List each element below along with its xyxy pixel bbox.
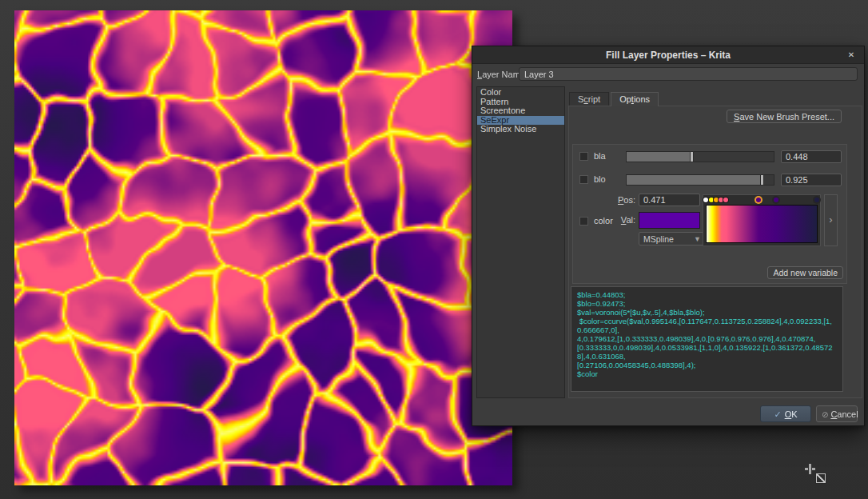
transform-cursor-icon: [816, 473, 826, 483]
blo-slider-fill: [627, 175, 762, 185]
pos-label: Pos:: [613, 195, 635, 205]
chevron-down-icon: ▼: [694, 235, 701, 243]
gradient-bar[interactable]: [706, 205, 818, 243]
cancel-label: Cancel: [830, 409, 858, 419]
bla-slider-handle[interactable]: [690, 151, 694, 162]
dialog-titlebar[interactable]: Fill Layer Properties – Krita ✕: [472, 46, 864, 64]
val-label: Val:: [613, 215, 635, 225]
gradient-editor[interactable]: [703, 194, 821, 246]
list-item-simplex-noise[interactable]: Simplex Noise: [477, 125, 564, 134]
check-icon: ✓: [774, 409, 781, 419]
bla-value-input[interactable]: [781, 150, 842, 163]
gradient-stop-dot[interactable]: [719, 198, 723, 202]
gradient-next-button[interactable]: ›: [824, 194, 838, 246]
cancel-circle-icon: ⊘: [822, 410, 828, 419]
tab-options[interactable]: Options: [611, 92, 659, 106]
krita-workspace: Fill Layer Properties – Krita ✕ Layer Na…: [0, 0, 868, 499]
cancel-button[interactable]: ⊘Cancel: [816, 405, 858, 422]
color-checkbox[interactable]: [579, 217, 588, 226]
blo-label: blo: [594, 174, 606, 184]
add-new-variable-button[interactable]: Add new variable: [767, 266, 843, 279]
gradient-stop-dot[interactable]: [703, 198, 708, 202]
tab-script[interactable]: Script: [569, 92, 609, 106]
close-icon[interactable]: ✕: [845, 49, 858, 62]
ok-button[interactable]: ✓OK: [760, 405, 811, 422]
interpolation-dropdown[interactable]: MSpline ▼: [639, 232, 706, 246]
chevron-right-icon: ›: [829, 214, 832, 226]
layer-name-input[interactable]: [519, 67, 858, 81]
gradient-stop-dot[interactable]: [723, 198, 728, 202]
generator-list: Color Pattern Screentone SeExpr Simplex …: [476, 86, 565, 398]
bla-slider[interactable]: [626, 151, 774, 162]
blo-slider[interactable]: [626, 174, 774, 186]
tab-bar: Script Options: [569, 92, 660, 106]
color-value-swatch[interactable]: [639, 212, 700, 229]
fill-layer-properties-dialog: Fill Layer Properties – Krita ✕ Layer Na…: [472, 46, 865, 426]
blo-value-input[interactable]: [781, 174, 842, 186]
gradient-stop-dot[interactable]: [814, 198, 819, 202]
blo-checkbox[interactable]: [579, 175, 588, 184]
pos-input[interactable]: [639, 194, 700, 206]
blo-slider-handle[interactable]: [760, 174, 764, 186]
gradient-stop-dot[interactable]: [714, 198, 719, 202]
bla-slider-fill: [627, 152, 692, 162]
interpolation-value: MSpline: [643, 234, 674, 244]
options-tab-panel: Save New Brush Preset... bla blo: [568, 106, 862, 398]
bla-checkbox[interactable]: [579, 152, 588, 161]
dialog-title: Fill Layer Properties – Krita: [472, 50, 864, 61]
save-brush-preset-button[interactable]: Save New Brush Preset...: [727, 110, 842, 123]
bla-label: bla: [594, 151, 606, 161]
gradient-stop-dot[interactable]: [774, 198, 778, 202]
crosshair-cursor-icon: [805, 464, 815, 474]
gradient-stop-dot[interactable]: [756, 198, 761, 202]
color-label: color: [594, 216, 613, 226]
gradient-stop-row: [706, 196, 818, 204]
list-item-color[interactable]: Color: [477, 88, 564, 98]
ok-label: OK: [785, 409, 798, 419]
variables-panel: bla blo Pos: color Val: [572, 144, 847, 284]
document-canvas[interactable]: [14, 10, 512, 485]
script-preview[interactable]: $bla=0.44803; $blo=0.92473; $val=voronoi…: [571, 286, 843, 392]
